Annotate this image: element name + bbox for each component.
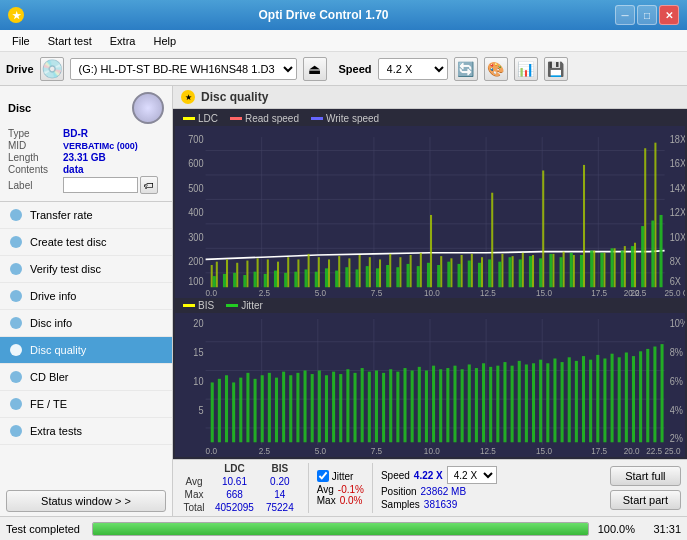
svg-rect-67 (399, 257, 401, 287)
svg-rect-76 (491, 193, 493, 288)
menu-start-test[interactable]: Start test (40, 33, 100, 49)
svg-rect-216 (539, 360, 542, 443)
nav-verify-test-disc[interactable]: Verify test disc (0, 256, 172, 283)
menu-help[interactable]: Help (145, 33, 184, 49)
settings-button1[interactable]: 🎨 (484, 57, 508, 81)
nav-create-test-disc[interactable]: Create test disc (0, 229, 172, 256)
svg-rect-61 (338, 256, 340, 287)
status-window-button[interactable]: Status window > > (6, 490, 166, 512)
svg-rect-78 (512, 256, 514, 287)
action-buttons: Start full Start part (610, 466, 681, 510)
progress-bar-fill (93, 523, 588, 535)
menu-extra[interactable]: Extra (102, 33, 144, 49)
svg-rect-57 (297, 259, 299, 287)
disc-info-section: Disc Type BD-R MID VERBATIMc (000) Lengt… (0, 86, 172, 202)
label-icon: 🏷 (140, 176, 158, 194)
drive-info-icon (8, 288, 24, 304)
eject-button[interactable]: ⏏ (303, 57, 327, 81)
svg-text:10X: 10X (670, 231, 685, 242)
svg-rect-83 (563, 252, 565, 288)
read-speed-legend: Read speed (230, 113, 299, 124)
nav-disc-quality[interactable]: Disc quality (0, 337, 172, 364)
speed-pos-value: 4.22 X (414, 470, 443, 481)
svg-rect-99 (274, 271, 277, 288)
drive-select[interactable]: (G:) HL-DT-ST BD-RE WH16NS48 1.D3 (70, 58, 297, 80)
disc-label-input[interactable] (63, 177, 138, 193)
nav-verify-test-disc-label: Verify test disc (30, 263, 101, 275)
svg-rect-189 (346, 370, 349, 443)
nav-transfer-rate[interactable]: Transfer rate (0, 202, 172, 229)
svg-text:600: 600 (188, 158, 203, 169)
svg-rect-204 (453, 366, 456, 443)
svg-rect-220 (568, 358, 571, 443)
write-speed-legend: Write speed (311, 113, 379, 124)
svg-rect-107 (356, 269, 359, 287)
svg-rect-62 (348, 258, 350, 287)
drive-bar: Drive 💿 (G:) HL-DT-ST BD-RE WH16NS48 1.D… (0, 52, 687, 86)
svg-rect-192 (368, 372, 371, 443)
bis-header: BIS (260, 462, 300, 475)
svg-rect-88 (614, 248, 616, 287)
svg-rect-184 (311, 374, 314, 442)
svg-rect-80 (532, 255, 534, 287)
start-part-button[interactable]: Start part (610, 490, 681, 510)
svg-rect-207 (475, 368, 478, 442)
charts-area: LDC Read speed Write speed (173, 109, 687, 459)
svg-rect-115 (437, 265, 440, 287)
nav-extra-tests[interactable]: Extra tests (0, 418, 172, 445)
menu-file[interactable]: File (4, 33, 38, 49)
start-full-button[interactable]: Start full (610, 466, 681, 486)
svg-rect-54 (267, 259, 269, 287)
svg-rect-118 (468, 261, 471, 288)
svg-text:20.0: 20.0 (624, 446, 640, 457)
speed-select[interactable]: 4.2 X 8.0 X Max (378, 58, 448, 80)
menu-bar: File Start test Extra Help (0, 30, 687, 52)
svg-text:20: 20 (193, 318, 204, 330)
svg-rect-75 (481, 257, 483, 287)
maximize-button[interactable]: □ (637, 5, 657, 25)
svg-rect-126 (549, 254, 552, 287)
svg-rect-172 (225, 376, 228, 443)
minimize-button[interactable]: ─ (615, 5, 635, 25)
disc-info-icon (8, 315, 24, 331)
settings-button3[interactable]: 💾 (544, 57, 568, 81)
svg-rect-70 (430, 215, 432, 287)
speed-dropdown[interactable]: 4.2 X (447, 466, 497, 484)
nav-cd-bler[interactable]: CD Bler (0, 364, 172, 391)
main-content: Disc Type BD-R MID VERBATIMc (000) Lengt… (0, 86, 687, 516)
svg-rect-212 (511, 366, 514, 443)
svg-rect-185 (318, 371, 321, 443)
nav-disc-info[interactable]: Disc info (0, 310, 172, 337)
nav-drive-info[interactable]: Drive info (0, 283, 172, 310)
svg-rect-72 (450, 258, 452, 287)
length-label: Length (8, 152, 63, 163)
svg-rect-134 (631, 246, 634, 287)
svg-rect-93 (213, 276, 216, 287)
mid-value: VERBATIMc (000) (63, 141, 138, 151)
app-icon: ★ (8, 7, 24, 23)
svg-rect-133 (621, 251, 624, 288)
close-button[interactable]: ✕ (659, 5, 679, 25)
svg-text:100: 100 (188, 276, 203, 287)
svg-rect-102 (305, 269, 308, 287)
samples-value: 381639 (424, 499, 457, 510)
contents-label: Contents (8, 164, 63, 175)
refresh-button[interactable]: 🔄 (454, 57, 478, 81)
position-value: 23862 MB (421, 486, 467, 497)
divider1 (308, 463, 309, 513)
svg-text:15.0: 15.0 (536, 288, 552, 298)
svg-rect-191 (361, 368, 364, 442)
svg-rect-89 (624, 246, 626, 287)
svg-text:0.0: 0.0 (206, 288, 218, 298)
svg-rect-213 (518, 361, 521, 442)
svg-rect-104 (325, 268, 328, 287)
svg-rect-199 (418, 367, 421, 442)
jitter-checkbox[interactable] (317, 470, 329, 482)
settings-button2[interactable]: 📊 (514, 57, 538, 81)
svg-text:10: 10 (193, 375, 204, 387)
svg-rect-217 (546, 364, 549, 443)
svg-rect-182 (296, 373, 299, 442)
nav-fe-te[interactable]: FE / TE (0, 391, 172, 418)
svg-rect-132 (611, 248, 614, 287)
max-ldc: 668 (209, 488, 260, 501)
